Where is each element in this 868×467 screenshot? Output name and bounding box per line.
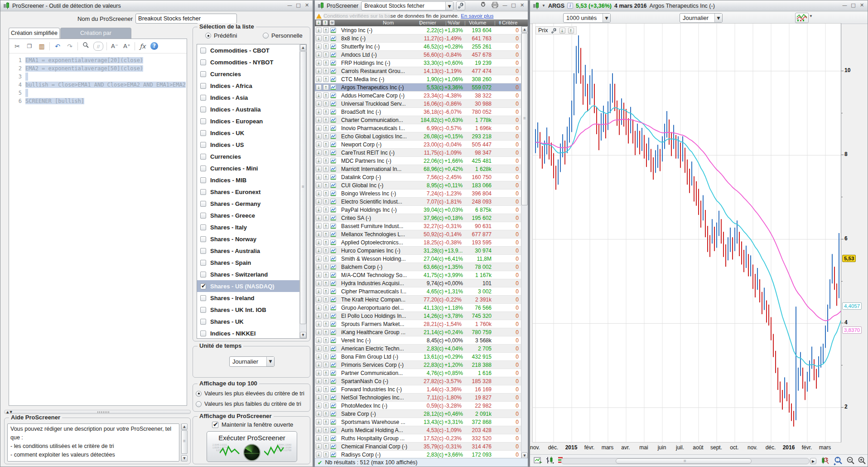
row-export-up-icon[interactable]: ↑	[323, 354, 329, 360]
result-row[interactable]: ↓↑Inovio Pharmaceuticals I...6,99(c)-0,5…	[315, 124, 522, 132]
print-icon[interactable]	[490, 1, 499, 10]
row-export-down-icon[interactable]: ↓	[316, 92, 322, 98]
market-list-item[interactable]: Currencies	[197, 151, 300, 162]
checkbox-icon[interactable]	[200, 71, 206, 77]
cut-icon[interactable]: ✂	[13, 42, 22, 51]
row-export-down-icon[interactable]: ↓	[316, 248, 322, 253]
result-row[interactable]: ↓↑Ruths Hospitality Group ...17,52(c)-0,…	[315, 434, 522, 443]
result-row[interactable]: ↓↑Bassett Furniture Indust...32,27(c)-0,…	[315, 222, 522, 230]
checkbox-icon[interactable]	[200, 154, 206, 160]
row-chart-icon[interactable]	[330, 60, 336, 66]
redo-icon[interactable]: ↷	[65, 42, 74, 51]
column-volume[interactable]: Volume	[469, 20, 486, 25]
row-export-up-icon[interactable]: ↑	[323, 264, 329, 270]
function-icon[interactable]: ƒx	[138, 42, 147, 51]
row-export-up-icon[interactable]: ↑	[323, 329, 329, 335]
market-list-scrollbar[interactable]: ▲ ▼	[299, 44, 306, 338]
row-export-up-icon[interactable]: ↑	[323, 452, 329, 457]
row-export-down-icon[interactable]: ↓	[316, 84, 322, 90]
row-export-down-icon[interactable]: ↓	[316, 329, 322, 335]
result-row[interactable]: ↓↑Primoris Services Corp (-)22,83(c)+1,2…	[315, 361, 522, 369]
result-row[interactable]: ↓↑The Kraft Heinz Compan...77,20(c)-0,22…	[315, 296, 522, 304]
row-export-down-icon[interactable]: ↓	[316, 435, 322, 441]
result-row[interactable]: ↓↑M/A-COM Technology So...41,75(c)+3,99%…	[315, 271, 522, 279]
result-row[interactable]: ↓↑CUI Global Inc (-)8,95(c)+0,11%183 066…	[315, 181, 522, 190]
market-list-item[interactable]: Shares - UK Int. IOB	[197, 304, 300, 316]
row-export-up-icon[interactable]: ↑	[323, 419, 329, 425]
row-chart-icon[interactable]	[330, 272, 336, 278]
row-export-up-icon[interactable]: ↑	[323, 141, 329, 147]
export-down-icon[interactable]: ↓	[316, 20, 321, 25]
row-export-down-icon[interactable]: ↓	[316, 141, 322, 147]
close-icon[interactable]: ✕	[859, 3, 865, 9]
search-icon[interactable]	[81, 42, 90, 51]
help-splitter[interactable]: ▲▼	[4, 410, 191, 414]
row-export-up-icon[interactable]: ↑	[323, 84, 329, 90]
checkbox-icon[interactable]	[200, 48, 206, 54]
row-export-down-icon[interactable]: ↓	[316, 215, 322, 221]
checkbox-icon[interactable]	[200, 213, 206, 219]
results-header[interactable]: ↓ ↑ ⚒ Nom | Dernier | %Var | Volume | ↟ …	[315, 19, 528, 26]
row-chart-icon[interactable]	[330, 101, 336, 107]
row-export-up-icon[interactable]: ↑	[323, 60, 329, 66]
row-export-down-icon[interactable]: ↓	[316, 272, 322, 278]
row-chart-icon[interactable]	[330, 419, 336, 425]
row-export-down-icon[interactable]: ↓	[316, 313, 322, 319]
row-chart-icon[interactable]	[330, 452, 336, 457]
result-row[interactable]: ↓↑Amdocs Ltd (-)56,60(c)-0,84%457 6780	[315, 51, 522, 59]
checkbox-icon[interactable]	[200, 283, 206, 289]
row-export-up-icon[interactable]: ↑	[323, 313, 329, 319]
scroll-right-icon[interactable]: ▶	[810, 458, 816, 464]
row-chart-icon[interactable]	[330, 52, 336, 58]
result-row[interactable]: ↓↑Vringo Inc (-)2,22(c)+1,83%193 6040	[315, 26, 522, 34]
timeframe-select[interactable]: Journalier ▼	[229, 356, 275, 367]
zoom-in-icon[interactable]	[857, 456, 868, 465]
help-textarea[interactable]: Vous pouvez rédiger une description pour…	[7, 423, 179, 462]
hscroll-thumb[interactable]	[616, 458, 752, 464]
row-chart-icon[interactable]	[330, 27, 336, 33]
result-row[interactable]: ↓↑PhotoMedex Inc (-)0,59(c)-3,28%22 9820	[315, 402, 522, 410]
help-icon[interactable]: ?	[150, 42, 158, 50]
row-export-up-icon[interactable]: ↑	[323, 362, 329, 368]
column-last[interactable]: Dernier	[419, 20, 436, 25]
result-row[interactable]: ↓↑PayPal Holdings Inc (-)39,04(c)+0,03%6…	[315, 206, 522, 214]
row-chart-icon[interactable]	[330, 44, 336, 49]
result-row[interactable]: ↓↑Datalink Corp (-)7,56(c)-2,45%160 7500	[315, 173, 522, 181]
row-export-down-icon[interactable]: ↓	[316, 280, 322, 286]
row-chart-icon[interactable]	[330, 329, 336, 335]
market-list-item[interactable]: Shares - Australia	[197, 245, 300, 257]
results-scrollbar[interactable]: ▲ ▼	[521, 26, 528, 459]
row-chart-icon[interactable]	[330, 305, 336, 311]
row-chart-icon[interactable]	[330, 141, 336, 147]
result-row[interactable]: ↓↑Marriott International In...68,96(c)+0…	[315, 165, 522, 173]
font-smaller-icon[interactable]: A⁻	[110, 42, 119, 51]
row-export-down-icon[interactable]: ↓	[316, 182, 322, 188]
checkbox-icon[interactable]	[200, 59, 206, 65]
row-export-down-icon[interactable]: ↓	[316, 76, 322, 82]
result-row[interactable]: ↓↑Electro Scientific Indust...7,07(c)-1,…	[315, 198, 522, 206]
row-export-up-icon[interactable]: ↑	[323, 272, 329, 278]
checkbox-icon[interactable]	[200, 130, 206, 136]
row-export-up-icon[interactable]: ↑	[323, 239, 329, 245]
row-export-up-icon[interactable]: ↑	[323, 125, 329, 131]
result-row[interactable]: ↓↑Grupo Aeroportuario del...41,13(c)+1,1…	[315, 304, 522, 312]
result-row[interactable]: ↓↑FRP Holdings Inc (-)33,30(c)+0,60%19 2…	[315, 59, 522, 67]
row-export-down-icon[interactable]: ↓	[316, 370, 322, 376]
checkbox-icon[interactable]	[200, 272, 206, 277]
checkbox-icon[interactable]	[200, 165, 206, 171]
row-chart-icon[interactable]	[330, 182, 336, 188]
result-row[interactable]: ↓↑Sportsmans Warehouse ...13,43(c)+3,31%…	[315, 418, 522, 426]
result-row[interactable]: ↓↑Smith & Wesson Holding...27,04(c)+6,41…	[315, 255, 522, 263]
scroll-up-icon[interactable]: ▲	[181, 423, 188, 430]
row-export-up-icon[interactable]: ↑	[323, 321, 329, 327]
code-area[interactable]: 1EMA1 = exponentialaverage[20](close)2EM…	[9, 54, 187, 105]
row-chart-icon[interactable]	[330, 264, 336, 270]
row-export-down-icon[interactable]: ↓	[316, 354, 322, 360]
info-icon[interactable]: i	[567, 3, 573, 9]
row-chart-icon[interactable]	[330, 117, 336, 123]
result-row[interactable]: ↓↑American Electric Techn...2,83(c)+4,04…	[315, 345, 522, 353]
row-export-down-icon[interactable]: ↓	[316, 378, 322, 384]
row-chart-icon[interactable]	[330, 280, 336, 286]
row-chart-icon[interactable]	[330, 231, 336, 237]
result-row[interactable]: ↓↑Argos Therapeutics Inc (-)5,53(c)+3,36…	[315, 83, 522, 92]
